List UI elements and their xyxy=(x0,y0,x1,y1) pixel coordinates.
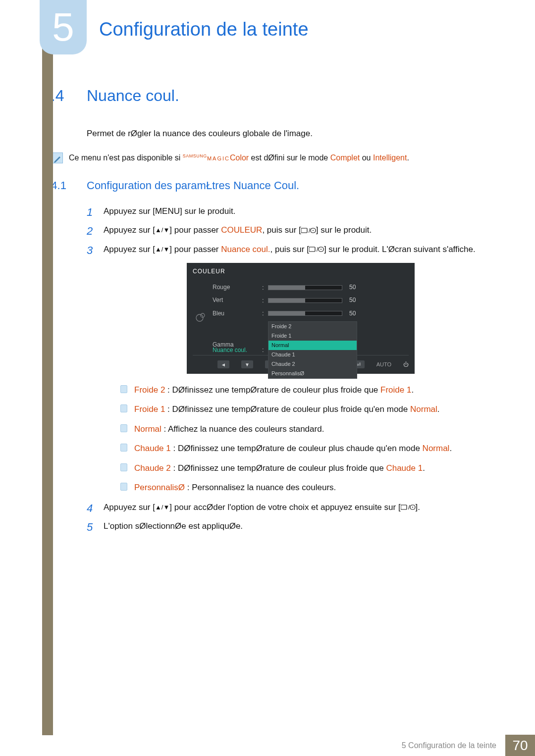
footer-chapter-label: 5 Configuration de la teinte xyxy=(402,741,496,750)
svg-rect-10 xyxy=(401,505,407,509)
section-heading: 5.4 Nuance coul. xyxy=(42,87,498,105)
intro-paragraph: Permet de rØgler la nuance des couleurs … xyxy=(87,127,498,140)
osd-slider xyxy=(268,298,342,303)
option-descriptions: Froide 2 : DØfinissez une tempØrature de… xyxy=(120,384,498,494)
menu-key: MENU xyxy=(155,206,180,216)
osd-row-gamma: Gamma xyxy=(210,339,409,351)
osd-title: COULEUR xyxy=(193,267,409,276)
step-4: 4 Appuyez sur [▲/▼] pour accØder l'optio… xyxy=(87,501,498,514)
option-froide2: Froide 2 : DØfinissez une tempØrature de… xyxy=(120,384,498,397)
osd-monitor-menu: COULEUR Rouge : 50 Vert xyxy=(187,263,415,374)
subsection-heading: 5.4.1 Configuration des paramŁtres Nuanc… xyxy=(42,179,498,192)
osd-row-rouge: Rouge : 50 xyxy=(210,281,409,294)
chapter-title: Configuration de la teinte xyxy=(99,19,309,40)
note-text: Ce menu n'est pas disponible si SAMSUNGM… xyxy=(69,152,409,163)
enter-return-keys-icon: / xyxy=(301,225,316,235)
enter-return-keys-icon: / xyxy=(309,245,324,254)
page-number: 70 xyxy=(505,735,535,756)
option-chaude2: Chaude 2 : DØfinissez une tempØrature de… xyxy=(120,462,498,475)
svg-rect-4 xyxy=(309,247,315,252)
osd-slider xyxy=(268,311,342,316)
svg-point-3 xyxy=(313,230,314,231)
osd-category-icon xyxy=(193,281,210,351)
enter-return-keys-icon: / xyxy=(401,503,416,512)
samsung-magic-color: SAMSUNGMAGICColor xyxy=(183,153,249,162)
info-note: Ce menu n'est pas disponible si SAMSUNGM… xyxy=(52,152,498,163)
step-3: 3 Appuyez sur [▲/▼] pour passer Nuance c… xyxy=(87,243,498,494)
left-vertical-stripe xyxy=(42,0,53,735)
chapter-number-tab: 5 xyxy=(40,0,87,54)
subsection-title: Configuration des paramŁtres Nuance Coul… xyxy=(87,179,299,192)
osd-slider xyxy=(268,285,342,290)
option-normal: Normal : Affichez la nuance des couleurs… xyxy=(120,423,498,436)
pencil-note-icon xyxy=(52,152,63,163)
step-2: 2 Appuyez sur [▲/▼] pour passer COULEUR,… xyxy=(87,224,498,237)
option-personnalise: PersonnalisØ : Personnalisez la nuance d… xyxy=(120,481,498,494)
up-down-arrows-icon: ▲/▼ xyxy=(155,504,169,511)
up-down-arrows-icon: ▲/▼ xyxy=(155,246,169,253)
step-5: 5 L'option sØlectionnØe est appliquØe. xyxy=(87,520,498,533)
svg-point-8 xyxy=(196,314,203,321)
up-down-arrows-icon: ▲/▼ xyxy=(155,227,169,234)
option-chaude1: Chaude 1 : DØfinissez une tempØrature de… xyxy=(120,442,498,455)
chapter-number: 5 xyxy=(52,4,74,50)
svg-point-13 xyxy=(412,507,413,508)
steps-list: 1 Appuyez sur [MENU] sur le produit. 2 A… xyxy=(87,205,498,533)
osd-row-bleu: Bleu : 50 xyxy=(210,307,409,320)
option-froide1: Froide 1 : DØfinissez une tempØrature de… xyxy=(120,403,498,416)
step-1: 1 Appuyez sur [MENU] sur le produit. xyxy=(87,205,498,218)
svg-rect-0 xyxy=(301,228,307,233)
section-title: Nuance coul. xyxy=(87,87,179,105)
svg-point-7 xyxy=(321,249,321,250)
osd-row-vert: Vert : 50 xyxy=(210,294,409,307)
page-footer: 5 Configuration de la teinte 70 xyxy=(0,735,535,756)
